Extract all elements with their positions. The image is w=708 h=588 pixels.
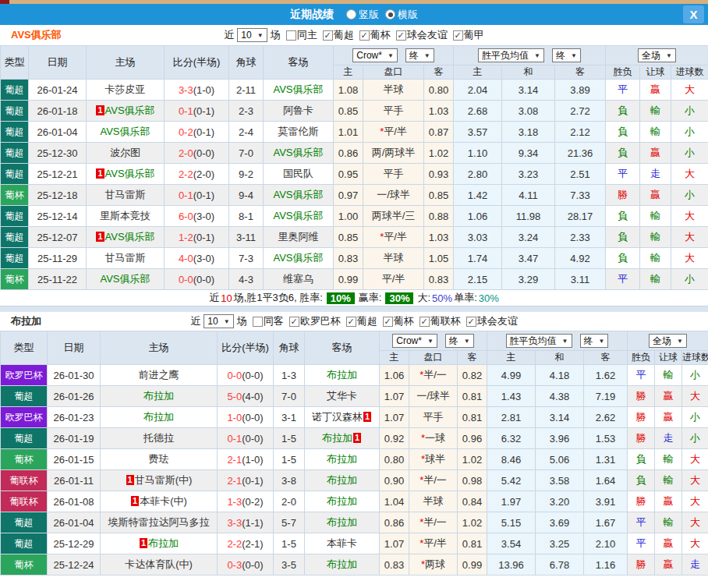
- chevron-down-icon: ▼: [666, 52, 672, 59]
- eu-home-odds: 3.54: [487, 533, 536, 554]
- eu-draw-odds: 3.14: [536, 407, 584, 428]
- eu-home-odds: 5.15: [487, 512, 536, 533]
- date-cell: 25-11-22: [29, 269, 87, 290]
- fulltime-score: 3-3: [179, 84, 193, 96]
- checked-checkbox-icon[interactable]: ✓: [383, 317, 393, 327]
- eu-away-odds: 2.72: [555, 101, 606, 122]
- column-header-5: 客场: [305, 331, 380, 365]
- away-team-cell: 诺丁汉森林1: [305, 407, 380, 428]
- rounds-select[interactable]: 10▼: [204, 314, 233, 328]
- chevron-down-icon: ▼: [464, 338, 470, 345]
- match-row: 葡联杯26-01-081本菲卡(中)1-3(0-2)2-0布拉加1.04半球0.…: [1, 491, 708, 512]
- filter-checkbox-1[interactable]: ✓欧罗巴杯: [289, 314, 341, 328]
- filter-checkbox-4[interactable]: ✓葡联杯: [419, 314, 461, 328]
- result-wdl: 負: [606, 227, 640, 248]
- corners-cell: 2-0: [274, 491, 305, 512]
- unchecked-checkbox-icon[interactable]: [253, 317, 263, 327]
- home-team-cell: 前进之鹰: [101, 365, 218, 386]
- league-type-cell: 葡超: [1, 533, 48, 554]
- filter-checkbox-1[interactable]: ✓葡超: [323, 28, 354, 42]
- final-odds-select[interactable]: 终▼: [445, 334, 474, 348]
- home-team-cell: 布拉加: [101, 386, 218, 407]
- unchecked-checkbox-icon[interactable]: [286, 30, 296, 41]
- wdl-average-select[interactable]: 胜平负均值▼: [478, 48, 544, 62]
- odds-company-select[interactable]: Crow*▼: [392, 334, 437, 348]
- halftime-score: (2-1): [242, 538, 263, 550]
- filter-checkbox-4[interactable]: ✓葡甲: [453, 28, 484, 42]
- filter-checkbox-2[interactable]: ✓葡杯: [359, 28, 391, 42]
- final-wdl-select[interactable]: 终▼: [552, 48, 581, 62]
- filter-checkbox-3[interactable]: ✓球会友谊: [396, 28, 448, 42]
- filter-checkbox-0[interactable]: 同客: [253, 314, 284, 328]
- filter-checkbox-3[interactable]: ✓葡杯: [383, 314, 414, 328]
- eu-away-odds: 1.64: [584, 470, 628, 491]
- ah-home-odds: 1.08: [334, 80, 363, 101]
- score-cell: 1-0(0-0): [218, 407, 274, 428]
- eu-away-odds: 7.33: [555, 185, 606, 206]
- fulltime-select[interactable]: 全场▼: [638, 48, 676, 62]
- result-wdl: 勝: [628, 407, 655, 428]
- filter-controls: 近10▼场同主✓葡超✓葡杯✓球会友谊✓葡甲: [222, 28, 485, 42]
- home-team-name: 甘马雷斯: [105, 189, 146, 200]
- date-cell: 26-01-30: [48, 365, 101, 386]
- checked-checkbox-icon[interactable]: ✓: [289, 317, 299, 327]
- away-team-cell: 布拉加: [305, 512, 380, 533]
- ah-away-odds: 1.02: [458, 512, 487, 533]
- chevron-down-icon: ▼: [427, 338, 434, 345]
- away-team-cell: 国民队: [264, 164, 334, 185]
- fulltime-score: 0-3: [227, 559, 242, 571]
- away-team-name: 维塞乌: [283, 273, 313, 285]
- score-cell: 3-3(1-0): [165, 80, 229, 101]
- halftime-score: (3-0): [193, 211, 214, 222]
- filter-checkbox-5[interactable]: ✓球会友谊: [466, 314, 518, 328]
- header-group-2: 全场▼: [628, 331, 708, 351]
- home-team-cell: 波尔图: [87, 143, 165, 164]
- result-handicap: 贏: [655, 554, 682, 576]
- column-header-1: 日期: [48, 331, 101, 365]
- away-team-name: 阿鲁卡: [283, 104, 313, 116]
- eu-home-odds: 2.68: [454, 101, 502, 122]
- eu-draw-odds: 3.08: [502, 101, 555, 122]
- away-team-cell: 布拉加: [305, 365, 380, 386]
- column-header-4: 角球: [274, 331, 305, 365]
- checked-checkbox-icon[interactable]: ✓: [466, 317, 476, 327]
- checked-checkbox-icon[interactable]: ✓: [419, 317, 430, 327]
- match-row: 葡杯25-12-24卡达体育队(中)0-3(0-0)3-5布拉加0.83*两球0…: [1, 554, 708, 576]
- handicap-text: 一/球半: [416, 390, 450, 402]
- checked-checkbox-icon[interactable]: ✓: [359, 30, 370, 41]
- near-label: 近: [190, 314, 200, 328]
- handicap-text: 一/球半: [377, 189, 410, 200]
- section-braga: 布拉加近10▼场同客✓欧罗巴杯✓葡超✓葡杯✓葡联杯✓球会友谊类型日期主场比分(半…: [0, 312, 708, 576]
- home-team-cell: 1甘马雷斯(中): [101, 470, 218, 491]
- away-team-name: 布拉加: [327, 474, 357, 486]
- odds-company-select[interactable]: Crow*▼: [352, 48, 398, 62]
- league-type-cell: 葡超: [1, 512, 48, 533]
- chevron-down-icon: ▼: [677, 338, 683, 345]
- filter-checkbox-0[interactable]: 同主: [286, 28, 317, 42]
- score-cell: 2-0(0-0): [165, 143, 229, 164]
- rounds-select[interactable]: 10▼: [237, 28, 267, 42]
- odds-company-select-value: Crow*: [396, 335, 422, 346]
- ah-home-odds: 0.85: [334, 101, 363, 122]
- close-icon[interactable]: X: [683, 5, 704, 23]
- sub-header-5: 客: [584, 351, 628, 365]
- fulltime-select[interactable]: 全场▼: [649, 334, 687, 348]
- eu-home-odds: 2.80: [454, 164, 502, 185]
- wdl-average-select[interactable]: 胜平负均值▼: [506, 334, 572, 348]
- eu-away-odds: 1.31: [584, 449, 628, 470]
- layout-radio-vertical[interactable]: [346, 9, 356, 19]
- checked-checkbox-icon[interactable]: ✓: [453, 30, 463, 41]
- home-team-cell: 1AVS俱乐部: [87, 227, 165, 248]
- ah-home-odds: 1.07: [380, 533, 409, 554]
- checked-checkbox-icon[interactable]: ✓: [346, 317, 356, 327]
- checked-checkbox-icon[interactable]: ✓: [323, 30, 333, 41]
- final-odds-select[interactable]: 终▼: [405, 48, 434, 62]
- result-handicap: 輸: [640, 101, 671, 122]
- league-type-cell: 葡杯: [1, 554, 48, 576]
- layout-radio-horizontal[interactable]: [385, 9, 395, 19]
- stats-summary: 近10场,胜1平3负6, 胜率:10%赢率:30%大:50%单率:30%: [0, 290, 708, 306]
- date-cell: 26-01-23: [48, 407, 101, 428]
- checked-checkbox-icon[interactable]: ✓: [396, 30, 406, 41]
- filter-checkbox-2[interactable]: ✓葡超: [346, 314, 377, 328]
- final-wdl-select[interactable]: 终▼: [580, 334, 609, 348]
